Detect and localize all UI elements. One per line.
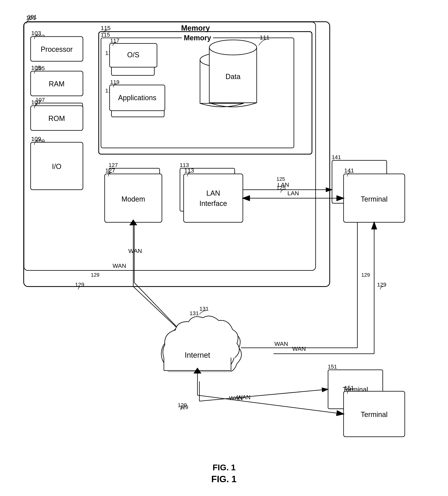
svg-line-26 (199, 389, 328, 401)
io-box: I/O (36, 144, 83, 188)
data-cylinder: Data (196, 48, 247, 113)
terminal-141-box: Terminal (332, 160, 387, 203)
ref-101: 101 (28, 14, 37, 20)
ref-113: 113 (180, 162, 189, 168)
ram-box: RAM (36, 71, 83, 93)
svg-text:129: 129 (361, 272, 370, 278)
ref-107: 107 (36, 97, 45, 103)
ref-105: 105 (36, 65, 45, 72)
ref-109: 109 (36, 138, 45, 145)
svg-text:WAN: WAN (229, 395, 243, 401)
svg-text:129: 129 (180, 404, 188, 410)
svg-text:WAN: WAN (274, 341, 288, 347)
ref-103: 103 (36, 34, 45, 40)
ref-115: 115 (101, 32, 110, 38)
applications-box: Applications (111, 93, 164, 117)
processor-box: Processor (36, 40, 83, 61)
ref-127: 127 (109, 162, 118, 168)
ref-119: 119 (105, 88, 115, 94)
ref-151: 151 (328, 364, 337, 370)
rom-box: ROM (36, 103, 83, 124)
figure-label: FIG. 1 (213, 463, 236, 472)
svg-text:129: 129 (91, 272, 99, 278)
lan-interface-box: LAN Interface (180, 168, 235, 211)
svg-text:Internet: Internet (187, 351, 212, 359)
ref-141: 141 (332, 154, 341, 160)
memory-title: Memory (182, 34, 213, 42)
modem-box: Modem (109, 168, 160, 211)
svg-text:Data: Data (214, 78, 229, 86)
os-box: O/S (111, 54, 155, 76)
ref-131: 131 (190, 310, 199, 317)
diagram-container: 101 Memory O/S Applications Data 111 117… (12, 10, 436, 484)
ref-111: 111 (236, 42, 245, 48)
memory-box: Memory O/S Applications Data 111 117 119 (101, 38, 294, 148)
terminal-151-box: Terminal (328, 370, 383, 409)
internet-cloud: Internet (156, 312, 243, 387)
svg-point-1 (200, 53, 243, 67)
ref-117: 117 (105, 50, 115, 56)
